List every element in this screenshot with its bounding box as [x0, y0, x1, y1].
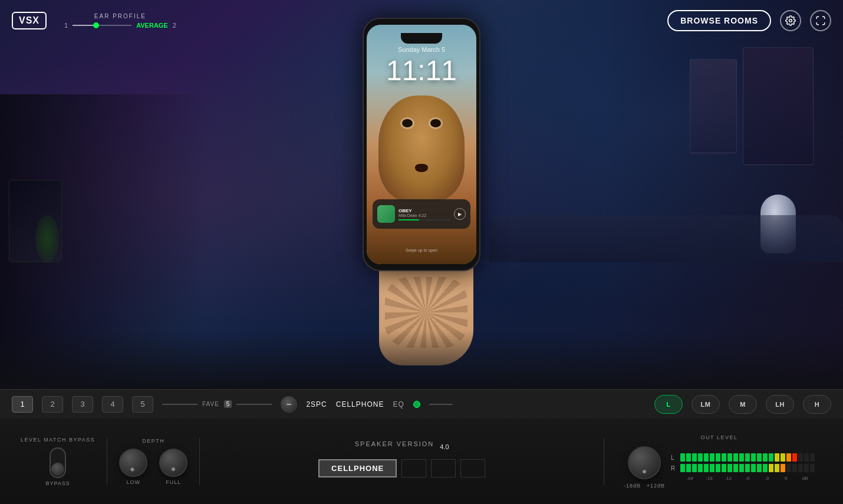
meter-label-db: dB [795, 476, 815, 481]
eq-track [429, 404, 453, 405]
meter-ch-l: L [671, 454, 677, 461]
depth-full-label: FULL [166, 479, 181, 485]
preset-btn-4[interactable]: 4 [102, 396, 123, 413]
play-button[interactable]: ▶ [454, 208, 466, 220]
channel-btn-h[interactable]: H [803, 395, 831, 414]
svg-point-0 [789, 19, 792, 22]
transport-bar: 1 2 3 4 5 FAVE 5 2SPC CELLPHONE EQ L LM … [0, 389, 843, 419]
ear-profile-min: 1 [64, 22, 68, 29]
bottom-gradient-overlay [0, 330, 843, 389]
divider-1 [107, 438, 107, 485]
main-controls: LEVEL MATCH BYPASS BYPASS DEPTH LOW [0, 419, 843, 504]
seg-r-4 [698, 464, 703, 472]
preset-btn-1[interactable]: 1 [12, 396, 33, 413]
bypass-toggle[interactable] [50, 447, 66, 478]
speaker-inactive-3 [460, 459, 485, 477]
phone-screen: Sunday March 5 11:11 OBEY Mila Dean 4:22… [367, 25, 476, 264]
preset-btn-3[interactable]: 3 [72, 396, 93, 413]
ear-profile-slider[interactable]: 1 AVERAGE 2 [64, 22, 176, 29]
seg-r-8 [722, 464, 726, 472]
meter-label-0: 0 [776, 476, 796, 481]
seg-l-14 [757, 453, 762, 462]
phone-in-hand: Sunday March 5 11:11 OBEY Mila Dean 4:22… [339, 18, 504, 360]
divider-2 [199, 438, 200, 485]
seg-l-17 [775, 453, 779, 462]
seg-l-2 [686, 453, 691, 462]
seg-r-2 [686, 464, 691, 472]
ear-slider-track[interactable] [73, 25, 131, 26]
out-level-knob[interactable] [628, 446, 661, 479]
speaker-knob[interactable] [281, 396, 297, 413]
seg-r-16 [769, 464, 773, 472]
depth-full-knob[interactable] [159, 449, 187, 477]
album-art [377, 205, 395, 223]
speaker-inactive-1 [401, 459, 426, 477]
swipe-label: Swipe up to open [367, 248, 476, 252]
control-panel: 1 2 3 4 5 FAVE 5 2SPC CELLPHONE EQ L LM … [0, 389, 843, 504]
channel-btn-m[interactable]: M [729, 395, 757, 414]
settings-button[interactable] [780, 10, 801, 31]
seg-r-6 [710, 464, 714, 472]
seg-l-5 [704, 453, 709, 462]
top-bar-right: BROWSE ROOMS [667, 10, 831, 31]
eq-dot[interactable] [413, 401, 420, 408]
meter-label-inf: -inf [680, 476, 700, 481]
music-artist: Mila Dean 4:22 [399, 213, 450, 218]
browse-rooms-button[interactable]: BROWSE ROOMS [667, 10, 771, 31]
seg-l-10 [733, 453, 738, 462]
eq-label: EQ [393, 400, 404, 409]
out-level-knob-dot [643, 470, 646, 473]
fave-section: FAVE 5 [162, 400, 272, 408]
depth-low-knob[interactable] [119, 449, 147, 477]
seg-r-19 [786, 464, 791, 472]
preset-btn-5[interactable]: 5 [132, 396, 153, 413]
speaker-buttons: CELLPHONE [318, 459, 485, 477]
channel-btn-l[interactable]: L [654, 395, 683, 414]
out-knob-max: +12dB [647, 483, 665, 489]
ear-profile-max: 2 [173, 22, 176, 29]
fave-label: FAVE [202, 401, 219, 407]
depth-low-knob-dot [130, 467, 135, 472]
preset-btn-2[interactable]: 2 [42, 396, 63, 413]
seg-r-1 [680, 464, 685, 472]
out-level-section: OUT LEVEL -18dB +12dB L [607, 434, 831, 489]
speaker-version-section: SPEAKER VERSION 4.0 CELLPHONE [203, 440, 601, 482]
seg-r-10 [733, 464, 738, 472]
meter-row-l: L [671, 453, 815, 462]
phone-time: 11:11 [367, 54, 476, 87]
phone-date: Sunday March 5 [367, 46, 476, 53]
music-title: OBEY [399, 208, 450, 213]
seg-l-16 [769, 453, 773, 462]
seg-r-23 [810, 464, 815, 472]
bypass-label: BYPASS [46, 480, 70, 486]
dog-eye-right [430, 119, 441, 127]
channel-btn-lh[interactable]: LH [766, 395, 794, 414]
speaker-cellphone-btn[interactable]: CELLPHONE [318, 459, 397, 477]
meter-labels: -inf -18 -12 -6 -3 0 dB [671, 476, 815, 481]
seg-l-7 [716, 453, 720, 462]
fullscreen-button[interactable] [810, 10, 831, 31]
depth-low-label: LOW [127, 479, 141, 485]
seg-r-15 [763, 464, 768, 472]
seg-r-11 [739, 464, 744, 472]
seg-l-20 [792, 453, 797, 462]
seg-r-22 [804, 464, 809, 472]
seg-l-23 [810, 453, 815, 462]
level-match-bypass-label: LEVEL MATCH BYPASS [21, 437, 95, 443]
divider-3 [604, 438, 604, 485]
dog-eye-left [402, 119, 413, 127]
depth-label: DEPTH [142, 438, 164, 444]
seg-r-5 [704, 464, 709, 472]
channel-btn-lm[interactable]: LM [691, 395, 720, 414]
seg-l-21 [798, 453, 803, 462]
seg-r-17 [775, 464, 779, 472]
meter-label-3: -3 [757, 476, 776, 481]
ear-slider-dot [93, 22, 99, 28]
seg-l-13 [751, 453, 756, 462]
speaker-version-label: SPEAKER VERSION [355, 440, 434, 447]
speaker-version-num: 4.0 [440, 443, 449, 450]
speaker-inactive-2 [431, 459, 456, 477]
fave-track [162, 404, 197, 405]
level-match-bypass-section: LEVEL MATCH BYPASS BYPASS [12, 437, 104, 486]
speaker-2spc-label: 2SPC [306, 400, 327, 409]
